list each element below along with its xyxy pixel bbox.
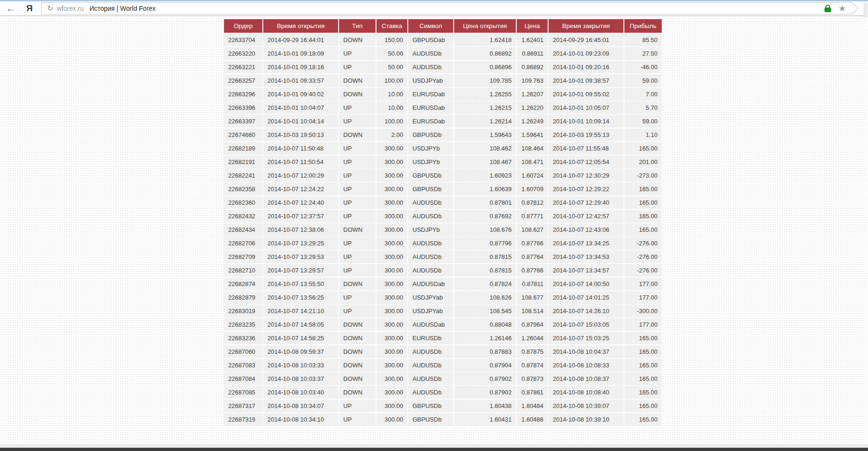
- cell-stake: 300.00: [376, 372, 407, 385]
- cell-open-price: 0.88048: [454, 318, 516, 331]
- cell-type: UP: [339, 291, 376, 304]
- table-row: 226633962014-10-01 10:04:07UP10.00EURUSD…: [224, 101, 662, 114]
- cell-type: UP: [339, 210, 376, 222]
- table-row: 226832352014-10-07 14:58:05DOWN300.00AUD…: [224, 318, 662, 331]
- back-button[interactable]: ←: [0, 3, 22, 14]
- cell-profit: -276.00: [624, 264, 662, 277]
- cell-profit: 177.00: [624, 318, 662, 331]
- table-row: 226823602014-10-07 12:24:40UP300.00AUDUS…: [224, 196, 662, 209]
- cell-open-price: 0.87692: [454, 210, 516, 222]
- address-url[interactable]: wforex.ru: [57, 5, 84, 12]
- table-row: 226870832014-10-08 10:03:33DOWN300.00AUD…: [224, 359, 662, 372]
- cell-price: 108.514: [517, 305, 548, 317]
- yandex-logo[interactable]: Я: [22, 3, 37, 14]
- cell-open-price: 0.86892: [454, 47, 516, 60]
- cell-profit: 7.00: [624, 88, 662, 100]
- cell-open-price: 1.60923: [454, 169, 516, 182]
- bookmark-star-icon[interactable]: ★: [839, 3, 846, 14]
- cell-stake: 300.00: [376, 413, 407, 426]
- cell-open-time: 2014-10-08 10:34:07: [263, 400, 338, 412]
- cell-open-price: 1.60438: [454, 400, 516, 412]
- cell-type: UP: [339, 305, 376, 317]
- cell-type: DOWN: [339, 129, 376, 141]
- cell-price: 1.26207: [517, 88, 548, 100]
- cell-type: DOWN: [339, 34, 376, 46]
- cell-symbol: EURUSDab: [408, 115, 453, 128]
- cell-close-time: 2014-10-07 15:03:05: [549, 318, 623, 331]
- bottom-bar: [0, 448, 868, 451]
- cell-order: 22683235: [224, 318, 262, 331]
- cell-profit: 177.00: [624, 278, 662, 290]
- cell-order: 22682879: [224, 291, 262, 304]
- cell-profit: -300.00: [624, 305, 662, 317]
- cell-price: 0.87873: [517, 372, 548, 385]
- cell-symbol: USDJPYab: [408, 305, 453, 317]
- page-background: ОрдерВремя открытияТипСтавкаСимволЦена о…: [0, 18, 868, 444]
- cell-type: UP: [339, 169, 376, 182]
- cell-order: 22687317: [224, 400, 262, 412]
- table-row: 226873192014-10-08 10:34:10UP300.00GBPUS…: [224, 413, 662, 426]
- cell-order: 22663220: [224, 47, 262, 60]
- cell-price: 108.627: [517, 223, 548, 236]
- column-header-close-time: Время закрытия: [549, 19, 623, 33]
- cell-open-price: 1.59643: [454, 129, 516, 141]
- table-row: 226828742014-10-07 13:55:50DOWN300.00AUD…: [224, 278, 662, 290]
- reload-icon[interactable]: ↻: [47, 4, 53, 13]
- cell-open-time: 2014-10-07 13:29:57: [263, 264, 338, 277]
- cell-open-price: 0.87815: [454, 264, 516, 277]
- cell-stake: 300.00: [376, 345, 407, 358]
- cell-open-time: 2014-10-07 12:00:29: [263, 169, 338, 182]
- cell-close-time: 2014-10-01 09:20:16: [549, 61, 623, 73]
- cell-open-price: 0.87902: [454, 386, 516, 399]
- secure-lock-icon[interactable]: [825, 5, 831, 12]
- cell-price: 1.26044: [517, 332, 548, 344]
- cell-close-time: 2014-10-01 09:23:09: [549, 47, 623, 60]
- cell-price: 0.86892: [517, 61, 548, 73]
- cell-stake: 300.00: [376, 169, 407, 182]
- cell-order: 22682241: [224, 169, 262, 182]
- cell-price: 108.677: [517, 291, 548, 304]
- cell-price: 0.87861: [517, 386, 548, 399]
- cell-close-time: 2014-10-07 12:30:29: [549, 169, 623, 182]
- cell-price: 108.471: [517, 156, 548, 168]
- cell-close-time: 2014-10-03 19:55:13: [549, 129, 623, 141]
- cell-stake: 50.00: [376, 61, 407, 73]
- cell-order: 22687319: [224, 413, 262, 426]
- cell-profit: 165.00: [624, 196, 662, 209]
- table-row: 226824322014-10-07 12:37:57UP300.00AUDUS…: [224, 210, 662, 222]
- cell-stake: 300.00: [376, 400, 407, 412]
- table-row: 226827062014-10-07 13:29:25UP300.00AUDUS…: [224, 237, 662, 250]
- cell-stake: 300.00: [376, 291, 407, 304]
- table-row: 226824342014-10-07 12:38:06DOWN300.00USD…: [224, 223, 662, 236]
- cell-type: DOWN: [339, 223, 376, 236]
- cell-profit: -276.00: [624, 237, 662, 250]
- cell-close-time: 2014-10-07 11:55:48: [549, 142, 623, 155]
- cell-price: 109.763: [517, 74, 548, 87]
- cell-order: 22682706: [224, 237, 262, 250]
- cell-profit: 165.00: [624, 372, 662, 385]
- cell-open-time: 2014-10-01 10:04:14: [263, 115, 338, 128]
- cell-stake: 300.00: [376, 318, 407, 331]
- cell-type: UP: [339, 61, 376, 73]
- cell-close-time: 2014-10-01 09:55:02: [549, 88, 623, 100]
- cell-open-time: 2014-10-07 14:58:05: [263, 318, 338, 331]
- cell-price: 0.87875: [517, 345, 548, 358]
- table-row: 226823582014-10-07 12:24:22UP300.00GBPUS…: [224, 183, 662, 195]
- cell-price: 1.59641: [517, 129, 548, 141]
- cell-profit: -273.00: [624, 169, 662, 182]
- cell-symbol: AUDUSDb: [408, 196, 453, 209]
- cell-symbol: GBPUSDb: [408, 129, 453, 141]
- cell-profit: 27.50: [624, 47, 662, 60]
- cell-stake: 300.00: [376, 237, 407, 250]
- cell-open-price: 1.26214: [454, 115, 516, 128]
- address-bar[interactable]: ↻ wforex.ru История | World Forex ★: [41, 2, 859, 14]
- browser-toolbar: ← Я ↻ wforex.ru История | World Forex ★: [0, 0, 868, 16]
- cell-close-time: 2014-10-08 10:04:37: [549, 345, 623, 358]
- column-header-stake: Ставка: [376, 19, 407, 33]
- table-row: 226337042014-09-29 16:44:01DOWN150.00GBP…: [224, 34, 662, 46]
- cell-order: 22682874: [224, 278, 262, 290]
- cell-close-time: 2014-10-08 10:08:40: [549, 386, 623, 399]
- cell-close-time: 2014-10-01 09:38:57: [549, 74, 623, 87]
- cell-close-time: 2014-10-07 14:01:25: [549, 291, 623, 304]
- column-header-symbol: Символ: [408, 19, 453, 33]
